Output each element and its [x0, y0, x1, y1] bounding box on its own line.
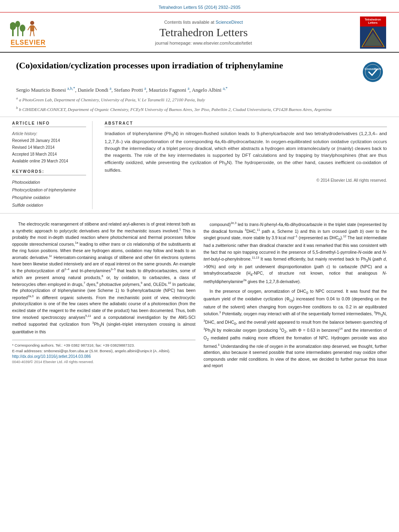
body-left-col: The electrocyclic rearrangement of stilb…	[12, 221, 195, 369]
crossmark[interactable]: CrossMark	[363, 62, 383, 82]
keyword-2: Photocyclization of triphenylamine	[12, 186, 86, 194]
authors: Sergio Mauricio Bonesi a,b,*, Daniele Do…	[16, 86, 383, 93]
elsevier-graphic	[10, 18, 46, 38]
article-title: (Co)oxidation/cyclization processes upon…	[16, 60, 363, 72]
svg-point-5	[20, 25, 25, 32]
issn-text: 0040-4039/© 2014 Elsevier Ltd. All right…	[12, 360, 195, 364]
author-protti: Stefano Protti a,	[114, 87, 149, 93]
doi-link[interactable]: http://dx.doi.org/10.1016/j.tetlet.2014.…	[12, 354, 195, 359]
article-title-row: (Co)oxidation/cyclization processes upon…	[16, 60, 383, 82]
tetlet-logo-img	[360, 27, 386, 49]
article-section: (Co)oxidation/cyclization processes upon…	[0, 53, 399, 117]
elsevier-logo: ELSEVIER	[8, 18, 48, 47]
svg-point-1	[10, 22, 16, 30]
footnote-corresponding: * Corresponding authors. Tel.: +39 0382 …	[12, 343, 195, 348]
author-bonesi: Sergio Mauricio Bonesi a,b,*,	[16, 87, 78, 93]
body-left-para1: The electrocyclic rearrangement of stilb…	[12, 221, 195, 335]
body-right-col: compound)2e,3 led to trans-N-phenyl-4a,4…	[204, 221, 387, 369]
available-date: Available online 29 March 2014	[12, 158, 86, 164]
body-right-para1: compound)2e,3 led to trans-N-phenyl-4a,4…	[204, 221, 387, 285]
abstract-label: ABSTRACT	[105, 121, 387, 127]
svg-rect-7	[30, 25, 34, 31]
keywords-section: Keywords: Photooxidation Photocyclizatio…	[12, 169, 86, 209]
svg-point-6	[30, 21, 34, 25]
header-area: ELSEVIER Contents lists available at Sci…	[0, 12, 399, 53]
affiliation-a: a a PhotoGreen Lab, Department of Chemis…	[16, 96, 383, 103]
crossmark-badge[interactable]: CrossMark	[363, 62, 383, 82]
history-label: Article history:	[12, 130, 86, 137]
accepted-date: Accepted 18 March 2014	[12, 151, 86, 158]
tetlet-logo: TetrahedronLetters	[359, 16, 387, 49]
abstract-col: ABSTRACT Irradiation of triphenylamine (…	[101, 121, 387, 209]
svg-line-9	[34, 26, 37, 30]
keyword-1: Photooxidation	[12, 179, 86, 186]
keyword-4: Sulfide oxidation	[12, 201, 86, 209]
affiliation-b: b b CIHIDECAR-CONICET, Department of Org…	[16, 105, 383, 113]
article-info-label: ARTICLE INFO	[12, 121, 86, 127]
tetlet-logo-box: TetrahedronLetters	[360, 16, 386, 27]
keywords-label: Keywords:	[12, 169, 86, 175]
contents-link: Contents lists available at ScienceDirec…	[56, 20, 351, 25]
info-abstract-section: ARTICLE INFO Article history: Received 2…	[0, 117, 399, 213]
svg-text:CrossMark: CrossMark	[365, 67, 381, 71]
footnote-section: * Corresponding authors. Tel.: +39 0382 …	[12, 340, 195, 364]
body-two-col: The electrocyclic rearrangement of stilb…	[12, 221, 387, 369]
sciencedirect-link[interactable]: ScienceDirect	[216, 20, 243, 25]
abstract-text: Irradiation of triphenylamine (Ph3N) in …	[105, 130, 387, 174]
copyright: © 2014 Elsevier Ltd. All rights reserved…	[105, 178, 387, 183]
svg-line-11	[33, 31, 34, 36]
journal-homepage: journal homepage: www.elsevier.com/locat…	[56, 41, 351, 45]
svg-point-3	[15, 21, 20, 27]
author-fagnoni: Maurizio Fagnoni a,	[149, 87, 192, 93]
revised-date: Revised 14 March 2014	[12, 144, 86, 151]
journal-title: Tetrahedron Letters	[56, 26, 351, 39]
received-date: Received 28 January 2014	[12, 137, 86, 144]
svg-point-16	[365, 64, 380, 80]
keyword-3: Phosphine oxidation	[12, 194, 86, 201]
body-section: The electrocyclic rearrangement of stilb…	[0, 213, 399, 373]
author-albini: Angelo Albini a,*	[192, 87, 228, 93]
journal-ref: Tetrahedron Letters 55 (2014) 2932–2935	[158, 5, 241, 10]
article-history: Article history: Received 28 January 201…	[12, 130, 86, 164]
journal-header: Contents lists available at ScienceDirec…	[56, 20, 351, 45]
body-right-para2: In the presence of oxygen, aromatization…	[204, 288, 387, 369]
author-dondi: Daniele Dondi a,	[78, 87, 114, 93]
svg-rect-2	[17, 26, 19, 36]
elsevier-wordmark: ELSEVIER	[10, 39, 45, 47]
svg-line-10	[30, 31, 31, 36]
article-info-col: ARTICLE INFO Article history: Received 2…	[12, 121, 93, 209]
footnote-email: E-mail addresses: smbonesi@qo.fcen.uba.a…	[12, 348, 195, 354]
page: Tetrahedron Letters 55 (2014) 2932–2935	[0, 0, 399, 532]
top-bar: Tetrahedron Letters 55 (2014) 2932–2935	[0, 0, 399, 12]
svg-line-8	[28, 26, 30, 30]
